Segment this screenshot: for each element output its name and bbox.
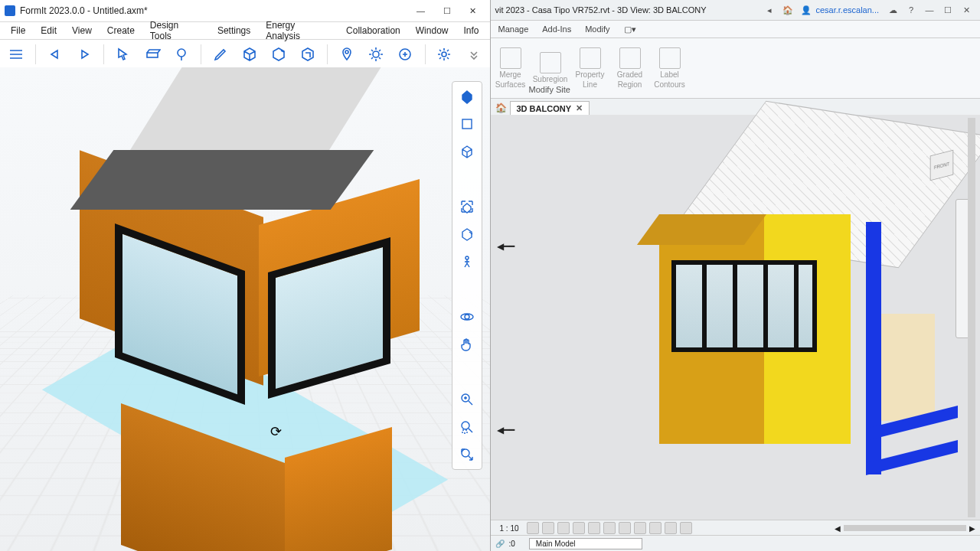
ribbon-panel-label: Modify Site	[529, 85, 570, 94]
walk-icon[interactable]	[457, 252, 477, 272]
location-pin-icon[interactable]	[337, 43, 357, 66]
visual-style-icon[interactable]	[542, 522, 554, 534]
svg-rect-6	[462, 119, 472, 129]
orbit-icon[interactable]	[457, 307, 477, 327]
view-strip-scroll-right-icon[interactable]: ▶	[969, 524, 975, 533]
building-model[interactable]: ⟳	[54, 113, 421, 542]
zoom-region-icon[interactable]	[457, 417, 477, 437]
building-model[interactable]	[575, 122, 927, 497]
close-tab-icon[interactable]: ✕	[576, 103, 583, 113]
fit-view-icon[interactable]	[457, 197, 477, 217]
minimize-button[interactable]: ―	[409, 3, 433, 18]
view-cube-face[interactable]: FRONT	[930, 150, 954, 181]
minimize-button[interactable]: ―	[923, 3, 936, 17]
revit-ribbon-tabs: Manage Add-Ins Modify ▢▾	[491, 21, 981, 38]
view-strip-scroll-left-icon[interactable]: ◀	[835, 524, 841, 533]
revit-title-text: vit 2023 - Casa Tipo VR752.rvt - 3D View…	[495, 5, 761, 15]
home-3d-icon[interactable]: 🏠	[495, 103, 507, 113]
view-strip-scrollbar[interactable]	[844, 525, 966, 531]
home-icon[interactable]: 🏠	[781, 3, 795, 17]
temp-hide-icon[interactable]	[649, 522, 662, 534]
settings-gear-icon[interactable]	[434, 43, 454, 66]
menu-edit[interactable]: Edit	[34, 24, 63, 37]
view-scale[interactable]: 1 : 10	[495, 524, 524, 533]
lasso-icon[interactable]	[172, 43, 191, 66]
menu-design-tools[interactable]: Design Tools	[144, 18, 208, 43]
divider	[327, 44, 328, 64]
lock-3d-icon[interactable]	[634, 522, 646, 534]
view-cube[interactable]: FRONT	[922, 145, 962, 185]
reveal-hidden-icon[interactable]	[665, 522, 677, 534]
crop-region-icon[interactable]	[619, 522, 631, 534]
merge-surfaces-button[interactable]: Merge Surfaces	[491, 38, 531, 98]
section-marker-icon[interactable]: ◀━━	[497, 425, 514, 435]
measure-icon[interactable]	[269, 43, 289, 66]
graded-region-button[interactable]: Graded Region	[610, 38, 650, 98]
look-around-icon[interactable]	[457, 224, 477, 244]
ribbon-panel-toggle-icon[interactable]: ▢▾	[622, 22, 638, 37]
menu-create[interactable]: Create	[101, 24, 141, 37]
user-name[interactable]: cesar.r.escalan...	[815, 5, 879, 15]
menu-window[interactable]: Window	[410, 24, 455, 37]
menu-settings[interactable]: Settings	[211, 24, 256, 37]
filter-count[interactable]: :0	[509, 540, 515, 548]
formit-menubar: File Edit View Create Design Tools Setti…	[0, 22, 490, 40]
maximize-button[interactable]: ☐	[941, 3, 955, 17]
formit-navigation-bar	[452, 81, 482, 470]
sun-icon[interactable]	[366, 43, 386, 66]
pan-hand-icon[interactable]	[457, 334, 477, 354]
view-control-bar: 1 : 10 ◀ ▶	[491, 520, 981, 536]
menu-file[interactable]: File	[5, 24, 31, 37]
select-links-icon[interactable]: 🔗	[495, 540, 505, 548]
toolbar-overflow-icon[interactable]	[463, 43, 483, 66]
revit-3d-viewport[interactable]: ◀━━ ◀━━ FRONT	[491, 115, 981, 520]
property-line-icon	[580, 47, 601, 69]
ribbon-tab-manage[interactable]: Manage	[497, 22, 531, 36]
perspective-icon[interactable]	[457, 86, 477, 106]
zoom-in-icon[interactable]	[457, 390, 477, 409]
boolean-icon[interactable]	[298, 43, 318, 66]
ribbon-tab-addins[interactable]: Add-Ins	[541, 22, 573, 36]
section-marker-icon[interactable]: ◀━━	[497, 241, 514, 252]
help-icon[interactable]: ?	[904, 3, 918, 17]
top-view-icon[interactable]	[457, 114, 477, 134]
iso-cube-icon[interactable]	[457, 142, 477, 161]
recent-files-icon[interactable]: ◂	[763, 3, 776, 17]
revit-titlebar: vit 2023 - Casa Tipo VR752.rvt - 3D View…	[491, 0, 981, 21]
view-tab-3d-balcony[interactable]: 3D BALCONY ✕	[510, 101, 590, 115]
menu-info[interactable]: Info	[457, 24, 485, 37]
active-workset-select[interactable]: Main Model	[529, 538, 642, 549]
signin-icon[interactable]: 👤	[799, 3, 813, 17]
worksharing-display-icon[interactable]	[680, 522, 692, 534]
sync-icon[interactable]: ☁	[886, 3, 900, 17]
undo-icon[interactable]	[45, 43, 65, 66]
property-line-button[interactable]: Property Line	[570, 38, 610, 98]
menu-view[interactable]: View	[66, 24, 98, 37]
menu-collaboration[interactable]: Collaboration	[340, 24, 407, 37]
menu-energy[interactable]: Energy Analysis	[260, 18, 337, 43]
sun-path-icon[interactable]	[557, 522, 570, 534]
detail-level-icon[interactable]	[527, 522, 539, 534]
energy-analysis-icon[interactable]	[395, 43, 415, 66]
ribbon-tab-modify[interactable]: Modify	[583, 22, 611, 36]
label-contours-icon	[659, 47, 681, 69]
zoom-all-icon[interactable]	[457, 445, 477, 465]
svg-point-3	[373, 51, 379, 57]
sketch-pencil-icon[interactable]	[211, 43, 230, 66]
select-arrow-icon[interactable]	[113, 43, 133, 66]
divider	[103, 44, 104, 64]
revit-window: vit 2023 - Casa Tipo VR752.rvt - 3D View…	[491, 0, 981, 551]
maximize-button[interactable]: ☐	[435, 3, 459, 18]
close-button[interactable]: ✕	[959, 3, 973, 17]
crop-view-icon[interactable]	[603, 522, 616, 534]
redo-icon[interactable]	[74, 43, 94, 66]
label-contours-button[interactable]: Label Contours	[650, 38, 690, 98]
revit-navigation-bar[interactable]	[956, 199, 974, 338]
hamburger-icon[interactable]	[6, 43, 26, 66]
rendering-icon[interactable]	[588, 522, 600, 534]
primitive-cube-icon[interactable]	[240, 43, 260, 66]
shadows-icon[interactable]	[573, 522, 585, 534]
formit-3d-viewport[interactable]: ⟳	[0, 67, 490, 551]
close-button[interactable]: ✕	[461, 3, 485, 18]
section-icon[interactable]	[142, 43, 162, 66]
